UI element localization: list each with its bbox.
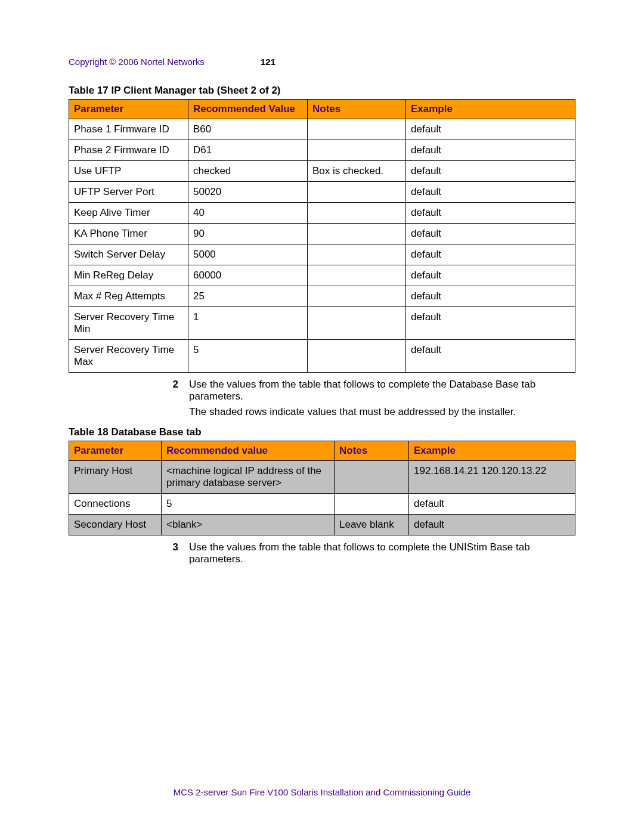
step-text: Use the values from the table that follo… bbox=[189, 541, 575, 565]
cell-notes bbox=[335, 461, 409, 494]
table-row: KA Phone Timer90default bbox=[69, 224, 575, 244]
cell-example: default bbox=[406, 161, 575, 182]
cell-param: Min ReReg Delay bbox=[69, 265, 188, 286]
page-footer: MCS 2-server Sun Fire V100 Solaris Insta… bbox=[0, 787, 644, 797]
cell-example: default bbox=[406, 119, 575, 140]
th-example: Example bbox=[409, 441, 575, 461]
cell-param: KA Phone Timer bbox=[69, 224, 188, 244]
copyright-text: Copyright © 2006 Nortel Networks bbox=[69, 57, 205, 67]
table-row: Connections5default bbox=[69, 494, 575, 515]
cell-notes: Box is checked. bbox=[308, 161, 406, 182]
cell-param: Server Recovery Time Min bbox=[69, 307, 188, 340]
cell-notes bbox=[308, 224, 406, 244]
table-row: Phase 2 Firmware IDD61default bbox=[69, 140, 575, 161]
cell-param: Switch Server Delay bbox=[69, 244, 188, 265]
cell-param: Use UFTP bbox=[69, 161, 188, 182]
cell-value: 40 bbox=[188, 203, 308, 224]
cell-value: 60000 bbox=[188, 265, 308, 286]
cell-example: default bbox=[406, 340, 575, 373]
cell-notes bbox=[308, 203, 406, 224]
cell-param: Server Recovery Time Max bbox=[69, 340, 188, 373]
cell-value: D61 bbox=[188, 140, 308, 161]
table-row: Keep Alive Timer40default bbox=[69, 203, 575, 224]
table-row: Secondary Host<blank>Leave blankdefault bbox=[69, 515, 575, 535]
cell-example: default bbox=[406, 140, 575, 161]
cell-param: UFTP Server Port bbox=[69, 182, 188, 203]
cell-param: Phase 2 Firmware ID bbox=[69, 140, 188, 161]
table-row: Server Recovery Time Max5default bbox=[69, 340, 575, 373]
table-row: Phase 1 Firmware IDB60default bbox=[69, 119, 575, 140]
page-header: Copyright © 2006 Nortel Networks 121 bbox=[69, 57, 575, 67]
cell-value: <machine logical IP address of the prima… bbox=[162, 461, 335, 494]
cell-notes bbox=[308, 119, 406, 140]
cell-example: default bbox=[406, 224, 575, 244]
cell-value: 25 bbox=[188, 286, 308, 307]
cell-notes bbox=[308, 244, 406, 265]
page-number: 121 bbox=[261, 57, 275, 67]
cell-notes bbox=[308, 140, 406, 161]
cell-value: B60 bbox=[188, 119, 308, 140]
cell-value: 5 bbox=[188, 340, 308, 373]
th-recommended: Recommended Value bbox=[188, 100, 308, 119]
cell-example: default bbox=[409, 494, 575, 515]
cell-value: 5 bbox=[162, 494, 335, 515]
cell-example: default bbox=[409, 515, 575, 535]
page: Copyright © 2006 Nortel Networks 121 Tab… bbox=[0, 0, 644, 833]
cell-value: 90 bbox=[188, 224, 308, 244]
table-row: Server Recovery Time Min1default bbox=[69, 307, 575, 340]
cell-example: 192.168.14.21 120.120.13.22 bbox=[409, 461, 575, 494]
cell-notes bbox=[308, 265, 406, 286]
step-number: 2 bbox=[157, 379, 189, 402]
cell-value: 1 bbox=[188, 307, 308, 340]
step-3: 3 Use the values from the table that fol… bbox=[69, 541, 575, 565]
table-header-row: Parameter Recommended value Notes Exampl… bbox=[69, 441, 575, 461]
table18-caption: Table 18 Database Base tab bbox=[69, 426, 575, 438]
cell-notes bbox=[335, 494, 409, 515]
table-row: Use UFTPcheckedBox is checked.default bbox=[69, 161, 575, 182]
cell-notes bbox=[308, 182, 406, 203]
cell-param: Max # Reg Attempts bbox=[69, 286, 188, 307]
table-row: Min ReReg Delay60000default bbox=[69, 265, 575, 286]
th-example: Example bbox=[406, 100, 575, 119]
cell-example: default bbox=[406, 307, 575, 340]
cell-example: default bbox=[406, 182, 575, 203]
table17: Parameter Recommended Value Notes Exampl… bbox=[69, 99, 575, 373]
cell-param: Secondary Host bbox=[69, 515, 162, 535]
cell-example: default bbox=[406, 286, 575, 307]
th-notes: Notes bbox=[308, 100, 406, 119]
step-2-paragraph: The shaded rows indicate values that mus… bbox=[69, 406, 575, 418]
table-row: Max # Reg Attempts25default bbox=[69, 286, 575, 307]
cell-example: default bbox=[406, 203, 575, 224]
cell-param: Primary Host bbox=[69, 461, 162, 494]
table18: Parameter Recommended value Notes Exampl… bbox=[69, 441, 575, 535]
cell-example: default bbox=[406, 265, 575, 286]
step-number: 3 bbox=[157, 541, 189, 565]
table-row: UFTP Server Port50020default bbox=[69, 182, 575, 203]
cell-notes bbox=[308, 340, 406, 373]
cell-param: Keep Alive Timer bbox=[69, 203, 188, 224]
cell-value: <blank> bbox=[162, 515, 335, 535]
table-header-row: Parameter Recommended Value Notes Exampl… bbox=[69, 100, 575, 119]
cell-notes: Leave blank bbox=[335, 515, 409, 535]
th-recommended: Recommended value bbox=[162, 441, 335, 461]
table-row: Switch Server Delay5000default bbox=[69, 244, 575, 265]
cell-example: default bbox=[406, 244, 575, 265]
cell-value: 5000 bbox=[188, 244, 308, 265]
table-row: Primary Host<machine logical IP address … bbox=[69, 461, 575, 494]
step-text: Use the values from the table that follo… bbox=[189, 379, 575, 402]
cell-value: 50020 bbox=[188, 182, 308, 203]
th-parameter: Parameter bbox=[69, 100, 188, 119]
th-notes: Notes bbox=[335, 441, 409, 461]
cell-notes bbox=[308, 286, 406, 307]
th-parameter: Parameter bbox=[69, 441, 162, 461]
cell-notes bbox=[308, 307, 406, 340]
step-2: 2 Use the values from the table that fol… bbox=[69, 379, 575, 402]
table17-caption: Table 17 IP Client Manager tab (Sheet 2 … bbox=[69, 85, 575, 97]
cell-value: checked bbox=[188, 161, 308, 182]
cell-param: Phase 1 Firmware ID bbox=[69, 119, 188, 140]
cell-param: Connections bbox=[69, 494, 162, 515]
